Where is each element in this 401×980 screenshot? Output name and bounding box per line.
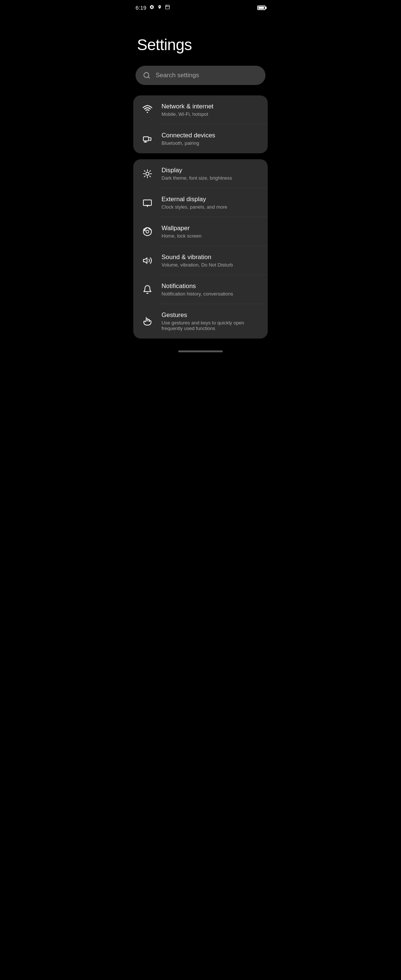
network-internet-text: Network & internet Mobile, Wi-Fi, hotspo… [162, 103, 213, 117]
page-title: Settings [128, 14, 273, 66]
sound-vibration-item[interactable]: Sound & vibration Volume, vibration, Do … [133, 246, 268, 275]
wifi-icon [142, 104, 153, 116]
network-group: Network & internet Mobile, Wi-Fi, hotspo… [133, 95, 268, 153]
devices-icon [142, 133, 153, 145]
notifications-subtitle: Notification history, conversations [162, 291, 233, 297]
notifications-title: Notifications [162, 283, 233, 290]
display-text: Display Dark theme, font size, brightnes… [162, 167, 232, 181]
external-display-subtitle: Clock styles, panels, and more [162, 204, 227, 210]
search-bar[interactable]: Search settings [135, 66, 266, 85]
settings-status-icon [149, 5, 154, 11]
battery-icon [257, 6, 266, 10]
wallpaper-item[interactable]: Wallpaper Home, lock screen [133, 217, 268, 246]
display-title: Display [162, 167, 232, 174]
sound-icon [142, 255, 153, 267]
sound-vibration-title: Sound & vibration [162, 253, 233, 261]
sound-vibration-text: Sound & vibration Volume, vibration, Do … [162, 253, 233, 268]
svg-line-15 [150, 176, 150, 177]
network-internet-title: Network & internet [162, 103, 213, 110]
sound-vibration-subtitle: Volume, vibration, Do Not Disturb [162, 262, 233, 268]
external-display-text: External display Clock styles, panels, a… [162, 196, 227, 210]
notifications-icon [142, 283, 153, 296]
external-display-item[interactable]: External display Clock styles, panels, a… [133, 188, 268, 217]
wallpaper-subtitle: Home, lock screen [162, 233, 202, 239]
status-time: 6:19 [135, 5, 146, 11]
screenshot-status-icon [165, 5, 170, 11]
connected-devices-item[interactable]: Connected devices Bluetooth, pairing [133, 124, 268, 153]
display-item[interactable]: Display Dark theme, font size, brightnes… [133, 159, 268, 188]
connected-devices-title: Connected devices [162, 132, 215, 139]
status-right [257, 6, 266, 10]
display-subtitle: Dark theme, font size, brightness [162, 175, 232, 181]
display-icon [142, 168, 153, 180]
svg-marker-24 [143, 258, 147, 263]
connected-devices-text: Connected devices Bluetooth, pairing [162, 132, 215, 146]
gestures-text: Gestures Use gestures and keys to quickl… [162, 312, 259, 331]
svg-point-9 [146, 172, 149, 176]
search-placeholder: Search settings [156, 72, 199, 79]
wallpaper-text: Wallpaper Home, lock screen [162, 224, 202, 239]
location-status-icon [158, 5, 162, 11]
svg-line-16 [150, 171, 150, 172]
notifications-item[interactable]: Notifications Notification history, conv… [133, 275, 268, 304]
svg-line-17 [145, 176, 145, 177]
svg-rect-0 [165, 5, 170, 9]
gestures-icon [142, 315, 153, 328]
home-bar [178, 350, 223, 352]
status-bar: 6:19 [128, 0, 273, 14]
svg-rect-6 [143, 137, 148, 141]
external-display-icon [142, 197, 153, 208]
network-internet-item[interactable]: Network & internet Mobile, Wi-Fi, hotspo… [133, 95, 268, 124]
svg-line-4 [148, 77, 150, 78]
external-display-title: External display [162, 196, 227, 203]
wallpaper-title: Wallpaper [162, 224, 202, 232]
svg-rect-18 [143, 200, 151, 205]
svg-point-23 [144, 230, 145, 231]
display-group: Display Dark theme, font size, brightnes… [133, 159, 268, 339]
gestures-item[interactable]: Gestures Use gestures and keys to quickl… [133, 304, 268, 339]
wallpaper-icon [142, 226, 153, 237]
home-indicator [128, 345, 273, 355]
network-internet-subtitle: Mobile, Wi-Fi, hotspot [162, 111, 213, 117]
status-left: 6:19 [135, 5, 170, 11]
gestures-title: Gestures [162, 312, 259, 319]
svg-line-14 [145, 171, 145, 172]
notifications-text: Notifications Notification history, conv… [162, 283, 233, 297]
svg-point-5 [146, 112, 148, 113]
gestures-subtitle: Use gestures and keys to quickly open fr… [162, 320, 259, 331]
search-icon [143, 72, 150, 79]
svg-point-22 [146, 230, 149, 233]
connected-devices-subtitle: Bluetooth, pairing [162, 140, 215, 146]
